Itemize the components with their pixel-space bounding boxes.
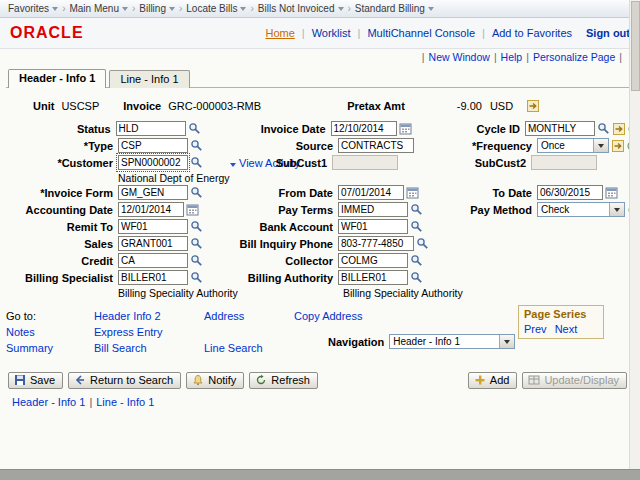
goto-header-info2-link[interactable]: Header Info 2 (94, 310, 204, 322)
breadcrumb-item-billing[interactable]: Billing (139, 3, 175, 14)
frequency-transfer-icon[interactable] (612, 140, 624, 152)
chevron-down-icon (52, 7, 58, 11)
pay-terms-lookup-icon[interactable] (410, 203, 423, 216)
goto-express-entry-link[interactable]: Express Entry (94, 326, 204, 338)
chevron-down-icon (122, 7, 128, 11)
vertical-scrollbar[interactable] (629, 0, 640, 470)
page-series-prev-link[interactable]: Prev (524, 323, 547, 335)
bank-account-lookup-icon[interactable] (410, 220, 423, 233)
notify-button[interactable]: Notify (186, 372, 244, 389)
sign-out-link[interactable]: Sign out (586, 27, 630, 39)
type-input[interactable] (118, 138, 188, 153)
invoice-form-lookup-icon[interactable] (190, 186, 203, 199)
sales-input[interactable] (118, 236, 188, 251)
invoice-date-calendar-icon[interactable] (399, 122, 412, 135)
type-label: *Type (6, 140, 118, 152)
pay-terms-input[interactable] (338, 202, 408, 217)
navigation-select[interactable]: Header - Info 1 (389, 334, 515, 349)
worklist-link[interactable]: Worklist (312, 27, 351, 39)
pagebar: New Window Help Personalize Page (0, 49, 640, 65)
chevron-down-icon (428, 7, 434, 11)
scrollbar-thumb[interactable] (631, 1, 640, 91)
credit-lookup-icon[interactable] (190, 254, 203, 267)
breadcrumb-label: Bills Not Invoiced (258, 3, 335, 14)
breadcrumb-item-favorites[interactable]: Favorites (8, 3, 58, 14)
pay-method-select[interactable]: Check (537, 202, 625, 217)
goto-bill-search-link[interactable]: Bill Search (94, 342, 204, 354)
status-lookup-icon[interactable] (188, 122, 201, 135)
cycle-id-input[interactable] (525, 121, 595, 136)
breadcrumb-item-main-menu[interactable]: Main Menu (69, 3, 127, 14)
bank-account-input[interactable] (338, 219, 408, 234)
accounting-date-calendar-icon[interactable] (186, 203, 199, 216)
sales-lookup-icon[interactable] (190, 237, 203, 250)
goto-address-link[interactable]: Address (204, 310, 294, 322)
pretax-amt-label: Pretax Amt (347, 100, 405, 112)
remit-to-input[interactable] (118, 219, 188, 234)
to-date-input[interactable] (537, 185, 603, 200)
from-date-input[interactable] (338, 185, 404, 200)
to-date-calendar-icon[interactable] (605, 186, 618, 199)
invoice-form-input[interactable] (118, 185, 188, 200)
goto-copy-address-link[interactable]: Copy Address (294, 310, 362, 322)
footer-header-info1-link[interactable]: Header - Info 1 (12, 396, 85, 408)
status-input[interactable] (116, 121, 186, 136)
collector-label: Collector (228, 255, 338, 267)
bill-inquiry-phone-lookup-icon[interactable] (416, 237, 429, 250)
collector-input[interactable] (338, 253, 408, 268)
tab-header-info1[interactable]: Header - Info 1 (8, 69, 106, 88)
accounting-date-input[interactable] (118, 202, 184, 217)
refresh-button[interactable]: Refresh (249, 372, 318, 389)
multichannel-console-link[interactable]: MultiChannel Console (367, 27, 475, 39)
goto-notes-link[interactable]: Notes (6, 326, 94, 338)
header-separator (358, 27, 361, 39)
billing-authority-lookup-icon[interactable] (410, 271, 423, 284)
home-link[interactable]: Home (265, 27, 294, 39)
credit-input[interactable] (118, 253, 188, 268)
form-row: *Type Source *Frequency Once (6, 137, 640, 154)
invoice-date-input[interactable] (331, 121, 397, 136)
footer-line-info1-link[interactable]: Line - Info 1 (96, 396, 154, 408)
type-lookup-icon[interactable] (190, 139, 203, 152)
cycle-id-lookup-icon[interactable] (597, 122, 610, 135)
help-link[interactable]: Help (501, 51, 523, 63)
return-to-search-button[interactable]: Return to Search (68, 372, 181, 389)
customer-lookup-icon[interactable] (190, 156, 203, 169)
page-series-next-link[interactable]: Next (555, 323, 578, 335)
remit-to-lookup-icon[interactable] (190, 220, 203, 233)
goto-summary-link[interactable]: Summary (6, 342, 94, 354)
billing-specialist-lookup-icon[interactable] (190, 271, 203, 284)
from-date-calendar-icon[interactable] (406, 186, 419, 199)
subcust1-label: SubCust1 (258, 157, 332, 169)
bank-account-label: Bank Account (228, 221, 338, 233)
breadcrumb-item-bills-not-invoiced[interactable]: Bills Not Invoiced (258, 3, 344, 14)
new-window-link[interactable]: New Window (429, 51, 490, 63)
cycle-id-transfer-icon[interactable] (613, 123, 625, 135)
expand-triangle-icon (230, 163, 236, 167)
add-to-favorites-link[interactable]: Add to Favorites (492, 27, 572, 39)
billing-authority-input[interactable] (338, 270, 408, 285)
bell-icon (192, 374, 204, 386)
source-input[interactable] (338, 138, 414, 153)
return-to-search-label: Return to Search (90, 374, 173, 386)
personalize-page-link[interactable]: Personalize Page (533, 51, 615, 63)
add-button[interactable]: Add (468, 372, 518, 389)
bill-inquiry-phone-input[interactable] (338, 236, 414, 251)
breadcrumb-item-standard-billing[interactable]: Standard Billing (355, 3, 434, 14)
billing-specialist-input[interactable] (118, 270, 188, 285)
customer-input[interactable] (118, 155, 188, 170)
pagebar-separator (494, 51, 497, 63)
pagebar-separator (619, 51, 622, 63)
invoice-form-label: *Invoice Form (6, 187, 118, 199)
frequency-select[interactable]: Once (537, 138, 609, 153)
save-button[interactable]: Save (8, 372, 63, 389)
to-date-label: To Date (453, 187, 537, 199)
invoice-label: Invoice (123, 100, 161, 112)
goto-line-search-link[interactable]: Line Search (204, 342, 263, 354)
tab-line-info1[interactable]: Line - Info 1 (109, 70, 189, 88)
customer-label: *Customer (6, 157, 118, 169)
form-row: Accounting Date Pay Terms Pay Method Che… (6, 201, 640, 218)
pretax-detail-icon[interactable] (527, 100, 539, 112)
breadcrumb-item-locate-bills[interactable]: Locate Bills (186, 3, 246, 14)
collector-lookup-icon[interactable] (410, 254, 423, 267)
